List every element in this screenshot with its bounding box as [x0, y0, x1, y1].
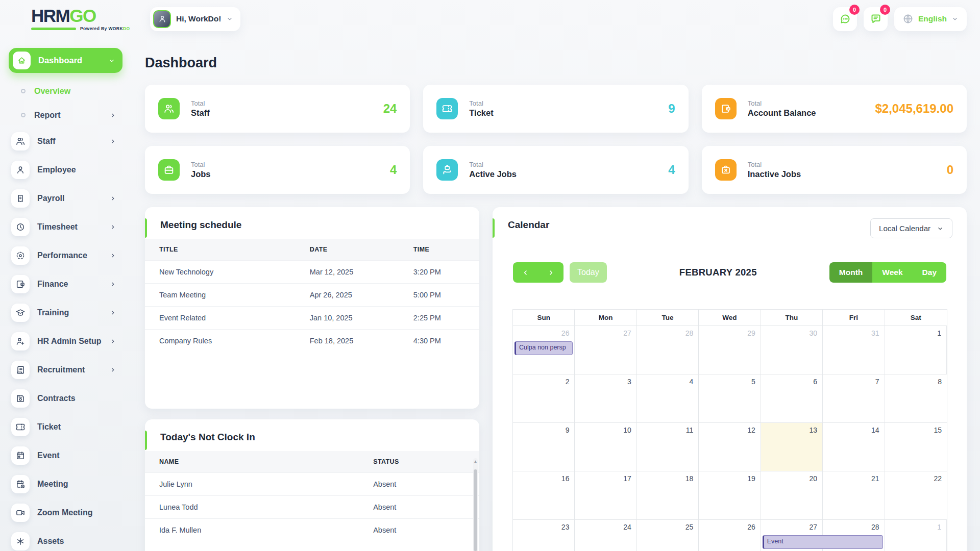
calendar-next-button[interactable]: [538, 262, 564, 283]
users-icon: [158, 98, 180, 119]
sidebar-item-employee[interactable]: Employee: [9, 156, 122, 184]
day-number: 13: [810, 426, 818, 434]
sidebar-item-finance[interactable]: Finance: [9, 270, 122, 298]
calendar-view-day[interactable]: Day: [913, 262, 946, 283]
calendar-day-cell[interactable]: 16: [513, 471, 575, 519]
table-cell: Lunea Todd: [145, 496, 359, 519]
notifications-button[interactable]: 0: [864, 7, 888, 31]
calendar-day-cell[interactable]: 24: [575, 520, 636, 551]
chevron-right-icon: [109, 309, 116, 316]
calendar-day-cell[interactable]: 28: [637, 326, 699, 374]
day-header-tue: Tue: [637, 310, 699, 325]
scrollbar-thumb[interactable]: [474, 469, 477, 551]
stat-label: Active Jobs: [469, 169, 517, 179]
calendar-day-cell[interactable]: 6: [761, 374, 823, 422]
calendar-day-cell[interactable]: 20: [761, 471, 823, 519]
calendar-day-cell[interactable]: 30: [761, 326, 823, 374]
calendar-view-week[interactable]: Week: [872, 262, 912, 283]
calendar-day-cell[interactable]: 18: [637, 471, 699, 519]
topbar: HRMGO Powered By WORKDO Hi, WorkDo! 0 0 …: [0, 0, 980, 38]
sidebar-item-contracts[interactable]: Contracts: [9, 384, 122, 413]
sidebar-item-report[interactable]: Report: [9, 103, 122, 127]
calendar-day-cell[interactable]: 22: [885, 471, 947, 519]
calendar-day-cell[interactable]: 26: [699, 520, 761, 551]
calendar-day-cell[interactable]: 11: [637, 423, 699, 471]
calendar-day-cell[interactable]: 14: [823, 423, 885, 471]
calendar-day-cell[interactable]: 2: [513, 374, 575, 422]
calendar-day-cell[interactable]: 12: [699, 423, 761, 471]
sidebar-item-assets[interactable]: Assets: [9, 527, 122, 551]
calendar-day-cell[interactable]: 4: [637, 374, 699, 422]
stat-label: Account Balance: [748, 108, 816, 118]
sidebar-item-zoom-meeting[interactable]: Zoom Meeting: [9, 498, 122, 527]
calendar-nav: [513, 262, 564, 283]
table-cell: 5:00 PM: [399, 284, 479, 307]
calendar-week-row: 16 17 18 19 20 21 22: [513, 471, 947, 519]
calendar-day-cell[interactable]: 31: [823, 326, 885, 374]
language-select[interactable]: English: [894, 7, 967, 31]
calendar-day-cell[interactable]: 7: [823, 374, 885, 422]
calendar-day-cell[interactable]: 15: [885, 423, 947, 471]
calendar-day-cell[interactable]: 23: [513, 520, 575, 551]
calendar-day-cell[interactable]: 1: [885, 520, 947, 551]
chevron-down-icon: [226, 15, 233, 22]
scrollbar-up-arrow[interactable]: ▲: [473, 459, 478, 464]
sidebar-item-performance[interactable]: Performance: [9, 241, 122, 270]
calendar-prev-button[interactable]: [513, 262, 538, 283]
day-number: 9: [566, 426, 570, 434]
chevron-right-icon: [547, 269, 555, 277]
sidebar-item-staff[interactable]: Staff: [9, 127, 122, 156]
calendar-view-month[interactable]: Month: [829, 262, 872, 283]
calendar-day-cell[interactable]: 3: [575, 374, 636, 422]
day-number: 28: [871, 523, 879, 531]
stat-prefix: Total: [748, 161, 801, 168]
main-content: Dashboard Total Staff 24 Total Ticket 9 …: [144, 38, 980, 551]
brand-logo[interactable]: HRMGO Powered By WORKDO: [31, 7, 150, 31]
calendar-day-cell-today[interactable]: 13: [761, 423, 823, 471]
calendar-day-cell[interactable]: 5: [699, 374, 761, 422]
day-number: 30: [810, 329, 818, 337]
sidebar-item-timesheet[interactable]: Timesheet: [9, 213, 122, 241]
calendar-day-cell[interactable]: 1: [885, 326, 947, 374]
user-menu[interactable]: Hi, WorkDo!: [150, 7, 240, 31]
meeting-schedule-table: TITLEDATETIME New TechnologyMar 12, 2025…: [145, 239, 479, 352]
sidebar-item-meeting[interactable]: Meeting: [9, 470, 122, 498]
sidebar-item-event[interactable]: Event: [9, 441, 122, 470]
messages-button[interactable]: 0: [833, 7, 857, 31]
calendar-today-button[interactable]: Today: [570, 262, 607, 283]
calendar-source-select[interactable]: Local Calendar: [870, 218, 952, 238]
stat-card-active-jobs: Total Active Jobs 4: [423, 146, 688, 194]
calendar-day-cell[interactable]: 25: [637, 520, 699, 551]
sidebar-item-payroll[interactable]: Payroll: [9, 184, 122, 213]
card-accent-bar: [145, 218, 147, 238]
stat-value: $2,045,619.00: [875, 102, 953, 116]
table-cell: Feb 18, 2025: [296, 330, 399, 353]
sidebar-item-training[interactable]: Training: [9, 298, 122, 327]
sidebar-item-recruitment[interactable]: Recruitment: [9, 356, 122, 384]
sidebar-item-hr-admin-setup[interactable]: HR Admin Setup: [9, 327, 122, 356]
sidebar-item-ticket[interactable]: Ticket: [9, 413, 122, 441]
calendar-event[interactable]: Culpa non persp: [514, 341, 573, 355]
table-scrollbar[interactable]: ▲: [473, 458, 478, 551]
calendar-event[interactable]: Event: [763, 535, 883, 549]
day-header-mon: Mon: [575, 310, 636, 325]
column-header: TIME: [399, 239, 479, 261]
day-number: 7: [875, 378, 879, 386]
calendar-toolbar: Today FEBRUARY 2025 MonthWeekDay: [513, 262, 946, 283]
sidebar-item-label: Assets: [37, 537, 64, 546]
calendar-day-cell[interactable]: 10: [575, 423, 636, 471]
sidebar-item-overview[interactable]: Overview: [9, 79, 122, 103]
calendar-day-cell[interactable]: 19: [699, 471, 761, 519]
calendar-day-cell[interactable]: 8: [885, 374, 947, 422]
card-accent-bar: [145, 431, 147, 450]
avatar: [153, 10, 171, 28]
stat-value: 9: [668, 102, 675, 116]
calendar-day-cell[interactable]: 27: [575, 326, 636, 374]
calendar-day-cell[interactable]: 29: [699, 326, 761, 374]
calendar-day-cell[interactable]: 9: [513, 423, 575, 471]
asterisk-icon: [11, 532, 30, 550]
calendar-day-cell[interactable]: 21: [823, 471, 885, 519]
sidebar-item-dashboard[interactable]: Dashboard: [9, 48, 122, 73]
calendar-clock-icon: [11, 475, 30, 493]
calendar-day-cell[interactable]: 17: [575, 471, 636, 519]
